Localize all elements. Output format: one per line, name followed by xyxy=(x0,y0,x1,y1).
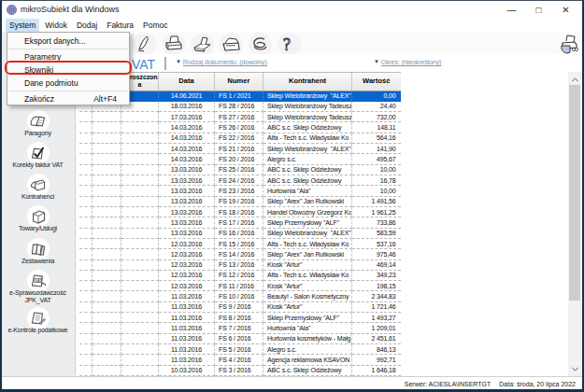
cell-kontrahent: Sklep Wielobranżowy "ALEX" xyxy=(264,229,352,239)
cell-numer: FS 5 / 2016 xyxy=(215,344,264,355)
cell-numer: FS 28 / 2016 xyxy=(215,102,264,112)
app-window: mikroSubiekt dla Windows — □ ✕ SystemWid… xyxy=(0,0,584,392)
sidebar-item-paragony[interactable]: Paragony xyxy=(2,110,74,137)
cell-c2 xyxy=(121,207,159,217)
close-button[interactable]: ✕ xyxy=(552,1,579,19)
tray-page-icon[interactable] xyxy=(191,33,214,56)
question-mark-icon[interactable]: ? xyxy=(278,33,301,56)
table-row[interactable]: 12.03.2016FS 13 / 2016Kiosk "Artur"469,1… xyxy=(79,260,401,271)
cell-wartosc: 732,00 xyxy=(352,112,401,122)
quill-pen-icon[interactable] xyxy=(133,33,156,56)
table-row[interactable]: 11.03.2016FS 7 / 2016Hurtownia "Ala"1 20… xyxy=(79,323,401,333)
cell-c2 xyxy=(121,334,159,344)
sidebar-item-e-kontrole-podatkowe[interactable]: e-Kontrole podatkowe xyxy=(2,307,74,334)
table-row[interactable]: 12.03.2016FS 14 / 2016Sklep "Arex" Jan R… xyxy=(79,249,401,259)
svg-text:?: ? xyxy=(283,35,291,54)
cell-data: 12.03.2016 xyxy=(159,281,215,291)
receipts-icon xyxy=(27,110,50,133)
cell-wartosc: 1 209,01 xyxy=(352,323,401,333)
cell-c1 xyxy=(93,175,121,186)
table-row[interactable]: 14.03.2016FS 21 / 2016Sklep Wielobranżow… xyxy=(79,144,401,154)
cell-c2 xyxy=(121,260,159,271)
sidebar-item-e-sprawozdawczo-jpk-vat[interactable]: VATe-Sprawozdawczość JPK_VAT xyxy=(2,270,74,304)
menu-item-dane-podmiotu[interactable]: Dane podmiotu xyxy=(7,77,129,90)
cell-c2 xyxy=(121,133,159,144)
cell-c0 xyxy=(79,323,93,333)
cell-c0 xyxy=(79,229,93,239)
cell-numer: FS 7 / 2016 xyxy=(215,323,264,333)
cell-numer: FS 24 / 2016 xyxy=(215,175,264,186)
table-row[interactable]: 11.03.2016FS 5 / 2016Alegro s.c.846,13 xyxy=(79,344,401,355)
table-row[interactable]: 12.03.2016FS 15 / 2016Alfa - Tech s.c. W… xyxy=(79,239,401,249)
table-row[interactable]: 13.03.2016FS 24 / 2016ABC s.c. Sklep Odz… xyxy=(79,175,401,186)
column-header-wartosc[interactable]: Wartość xyxy=(352,73,401,91)
cell-c0 xyxy=(79,260,93,271)
cell-c1 xyxy=(93,229,121,239)
menu-pomoc[interactable]: Pomoc xyxy=(139,19,171,32)
table-row[interactable]: 12.03.2016FS 11 / 2016Kiosk "Artur"198,1… xyxy=(79,281,401,291)
table-row[interactable]: 13.03.2016FS 23 / 2016Hurtownia "Ala"10,… xyxy=(79,186,401,196)
sidebar-item-towary-us-ugi[interactable]: Towary/Usługi xyxy=(2,205,74,232)
vertical-scrollbar[interactable] xyxy=(568,72,581,376)
cell-wartosc: 583,59 xyxy=(352,229,401,239)
scrollbar-thumb[interactable] xyxy=(569,85,580,301)
cell-data: 13.03.2016 xyxy=(159,175,215,186)
table-row[interactable]: 11.03.2016FS 9 / 2016Kiosk "Artur"1 721,… xyxy=(79,302,401,313)
cell-c0 xyxy=(79,122,93,133)
table-row[interactable]: 13.03.2016FS 25 / 2016ABC s.c. Sklep Odz… xyxy=(79,165,401,175)
printer-page-icon[interactable] xyxy=(558,33,581,56)
table-row[interactable]: 12.03.2016FS 12 / 2016Alfa - Tech s.c. W… xyxy=(79,271,401,281)
maximize-button[interactable]: □ xyxy=(525,1,552,19)
printer-icon[interactable] xyxy=(162,33,185,56)
scroll-down-button[interactable] xyxy=(568,361,581,376)
menu-faktura[interactable]: Faktura xyxy=(103,19,137,32)
sidebar-item-kontrahenci[interactable]: Kontrahenci xyxy=(2,174,74,201)
period-filter-link[interactable]: ▼Okres: (nieokreślony) xyxy=(374,59,441,65)
sidebar-item-zestawienia[interactable]: Zestawienia xyxy=(2,238,74,265)
cell-data: 14.03.2016 xyxy=(159,154,215,164)
cell-wartosc: 141,90 xyxy=(352,144,401,154)
cell-data: 10.03.2016 xyxy=(159,366,215,376)
invoice-table: uproszczonaDataNumerKontrahentWartość 14… xyxy=(79,72,401,376)
table-row[interactable]: 14.03.2016FS 22 / 2016Alfa - Tech s.c. W… xyxy=(79,133,401,144)
cell-data: 13.03.2016 xyxy=(159,186,215,196)
table-row[interactable]: 13.03.2016FS 17 / 2016Sklep Przemysłowy … xyxy=(79,217,401,228)
sidebar-item-korekty-faktur-vat[interactable]: Korekty faktur VAT xyxy=(2,142,74,169)
menu-system[interactable]: System xyxy=(6,19,39,32)
menu-item-zakończ[interactable]: ZakończAlt+F4 xyxy=(7,92,129,105)
table-row[interactable]: 11.03.2016FS 6 / 2016Hurtownia kosmetykó… xyxy=(79,334,401,344)
cell-wartosc: 469,14 xyxy=(352,260,401,271)
menu-item-shortcut: Alt+F4 xyxy=(93,94,117,104)
cell-c0 xyxy=(79,334,93,344)
document-type-filter-link[interactable]: ▼Rodzaj dokumentu: (dowolny) xyxy=(176,59,267,65)
table-row[interactable]: 11.03.2016FS 4 / 2016Agencja reklamowa K… xyxy=(79,355,401,365)
cell-kontrahent: Sklep Przemysłowy "ALF" xyxy=(264,313,352,323)
table-row[interactable]: 11.03.2016FS 10 / 2016Beauty! - Salon Ko… xyxy=(79,291,401,301)
cell-wartosc: 198,15 xyxy=(352,281,401,291)
table-row[interactable]: 14.03.2016FS 26 / 2016ABC s.c. Sklep Odz… xyxy=(79,122,401,133)
cell-c0 xyxy=(79,291,93,301)
column-header-data[interactable]: Data xyxy=(159,73,215,91)
menu-widok[interactable]: Widok xyxy=(41,19,71,32)
menu-item-eksport-danych-[interactable]: Eksport danych... xyxy=(7,35,129,48)
printer-open-icon[interactable] xyxy=(220,33,243,56)
table-row[interactable]: 13.03.2016FS 19 / 2016Sklep "Arex" Jan R… xyxy=(79,197,401,207)
table-row[interactable]: 13.03.2016FS 16 / 2016Sklep Wielobranżow… xyxy=(79,229,401,239)
table-row[interactable]: 10.03.2016FS 3 / 2016ABC s.c. Sklep Odzi… xyxy=(79,366,401,376)
cell-kontrahent: Handel Obwoźny Grzegorz Ko xyxy=(264,207,352,217)
column-header-kontrahent[interactable]: Kontrahent xyxy=(264,73,352,91)
minimize-button[interactable]: — xyxy=(498,1,525,19)
cell-data: 11.03.2016 xyxy=(159,302,215,313)
menu-dodaj[interactable]: Dodaj xyxy=(73,19,101,32)
swirl-icon[interactable] xyxy=(249,33,272,56)
cell-c1 xyxy=(93,197,121,207)
cell-data: 13.03.2016 xyxy=(159,165,215,175)
table-row[interactable]: 17.03.2016FS 27 / 2016Sklep Wielobranżow… xyxy=(79,112,401,122)
column-header-numer[interactable]: Numer xyxy=(215,73,264,91)
table-row[interactable]: 14.03.2016FS 20 / 2016Alegro s.c.495,67 xyxy=(79,154,401,164)
table-row[interactable]: 11.03.2016FS 8 / 2016Sklep Przemysłowy "… xyxy=(79,313,401,323)
cell-numer: FS 14 / 2016 xyxy=(215,249,264,259)
cell-c1 xyxy=(93,165,121,175)
cell-c0 xyxy=(79,344,93,355)
table-row[interactable]: 13.03.2016FS 18 / 2016Handel Obwoźny Grz… xyxy=(79,207,401,217)
